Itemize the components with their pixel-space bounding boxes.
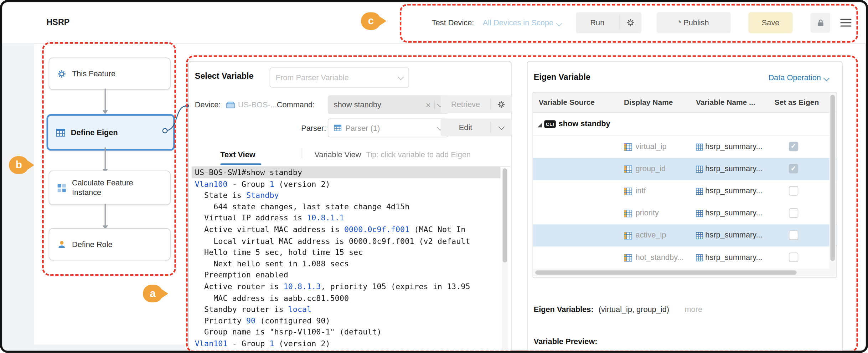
sidebar-item-calculate-feature-instance[interactable]: Calculate Feature Instance (49, 171, 171, 205)
gear-icon (626, 18, 635, 27)
role-person-icon (57, 240, 66, 249)
row-display-name: active_ip (636, 230, 666, 239)
edit-button-group: Edit (441, 118, 512, 136)
eigen-checkbox[interactable] (789, 142, 798, 151)
row-display-name: hot_standby... (636, 252, 684, 261)
tab-text-view[interactable]: Text View (220, 150, 255, 159)
run-settings-button[interactable] (619, 12, 641, 33)
header-bar: HSRP Test Device: All Devices in Scope R… (2, 2, 866, 44)
table-row[interactable]: intf hsrp_summary... (533, 180, 836, 202)
sheet-icon (624, 187, 632, 195)
code-vertical-scrollbar[interactable] (502, 167, 508, 352)
table-row[interactable]: priority hsrp_summary... (533, 202, 836, 224)
table-row[interactable]: group_id hsrp_summary... (533, 158, 836, 180)
lock-button[interactable] (810, 13, 830, 33)
sheet-icon (624, 143, 632, 151)
save-button[interactable]: Save (748, 12, 792, 33)
table-grid-icon (696, 210, 703, 217)
annotation-badge-c: c (361, 12, 381, 30)
data-operation-dropdown[interactable]: Data Operation (768, 73, 828, 82)
code-line: Preemption enabled (192, 270, 501, 281)
command-select[interactable]: show standby × (328, 95, 449, 114)
left-gutter (2, 43, 34, 351)
code-line: 644 state changes, last state change 4d1… (192, 201, 501, 213)
code-line: Next hello sent in 1.088 secs (192, 258, 501, 270)
gear-icon (497, 100, 505, 108)
edit-button[interactable]: Edit (441, 118, 491, 136)
eigen-checkbox[interactable] (789, 186, 798, 195)
column-header: Variable Name ... (696, 98, 755, 106)
row-variable-name: hsrp_summary... (705, 164, 762, 173)
retrieve-settings-button[interactable] (491, 95, 511, 113)
retrieve-button[interactable]: Retrieve (441, 95, 491, 113)
row-display-name: intf (636, 186, 646, 195)
chevron-down-icon (823, 75, 830, 81)
code-line: US-BOS-SW1#show standby (192, 167, 501, 178)
row-variable-name: hsrp_summary... (705, 208, 762, 217)
row-display-name: group_id (636, 164, 666, 173)
sidebar-item-this-feature[interactable]: This Feature (49, 58, 171, 90)
edit-more-button[interactable] (491, 118, 511, 136)
group-label: show standby (559, 119, 610, 128)
sheet-icon (624, 165, 632, 173)
variable-tip-text: Tip: click variable to add Eigen (366, 150, 471, 159)
menu-icon (840, 19, 851, 20)
column-header: Variable Source (539, 98, 595, 106)
row-variable-name: hsrp_summary... (705, 142, 762, 151)
scrollbar-thumb[interactable] (503, 168, 507, 262)
table-row[interactable]: hot_standby... hsrp_summary... (533, 246, 836, 268)
eigen-variables-label: Eigen Variables: (534, 305, 594, 313)
parser-icon (334, 124, 342, 132)
row-variable-name: hsrp_summary... (705, 230, 762, 239)
cli-output[interactable]: US-BOS-SW1#show standbyVlan100 - Group 1… (192, 166, 511, 353)
more-link[interactable]: more (684, 305, 702, 313)
table-grid-icon (696, 254, 703, 261)
device-value[interactable]: US-BOS-... (238, 100, 277, 109)
eigen-checkbox[interactable] (789, 164, 798, 173)
parser-label: Parser: (301, 123, 326, 132)
divider (302, 148, 303, 158)
publish-button[interactable]: * Publish (657, 12, 731, 33)
test-device-select[interactable]: All Devices in Scope (483, 18, 561, 27)
cli-badge: CLI (544, 120, 556, 128)
device-label: Device: (195, 100, 221, 109)
variable-preview-label: Variable Preview: (534, 337, 598, 346)
code-line: Standby router is local (192, 304, 501, 315)
page-title: HSRP (47, 17, 70, 26)
code-line: Priority 90 (configured 90) (192, 315, 501, 327)
code-line: Active virtual MAC address is 0000.0c9f.… (192, 224, 501, 235)
run-button[interactable]: Run (576, 12, 619, 33)
eigen-table-body: virtual_ip hsrp_summary... group_id hsrp… (533, 136, 836, 269)
tab-variable-view[interactable]: Variable View (314, 150, 361, 159)
scrollbar-thumb[interactable] (535, 270, 796, 275)
eigen-variable-title: Eigen Variable (534, 72, 590, 81)
flow-arrowhead (102, 110, 108, 114)
feature-gear-icon (57, 69, 66, 78)
scrollbar-thumb[interactable] (830, 95, 835, 261)
collapse-triangle-icon[interactable] (538, 123, 542, 127)
eigen-checkbox[interactable] (789, 208, 798, 218)
table-row[interactable]: virtual_ip hsrp_summary... (533, 136, 836, 158)
table-horizontal-scrollbar[interactable] (533, 268, 830, 276)
code-line: State is Standby (192, 190, 501, 201)
sidebar-item-define-eigen[interactable]: Define Eigen (47, 114, 175, 151)
eigen-variables-summary: Eigen Variables: (virtual_ip, group_id) … (534, 305, 702, 313)
table-grid-icon (696, 188, 703, 195)
eigen-variables-value: (virtual_ip, group_id) (599, 305, 669, 313)
lock-icon (816, 19, 825, 27)
menu-button[interactable] (840, 17, 851, 29)
table-group-row[interactable]: CLI show standby (533, 113, 836, 136)
sidebar-item-define-role[interactable]: Define Role (49, 228, 171, 260)
parser-select[interactable]: Parser (1) (328, 118, 449, 137)
device-icon (226, 101, 235, 108)
eigen-checkbox[interactable] (789, 230, 798, 240)
variable-source-select[interactable]: From Parser Variable (270, 68, 409, 88)
clear-icon[interactable]: × (426, 100, 431, 109)
table-vertical-scrollbar[interactable] (829, 92, 836, 276)
code-line: Active router is 10.8.1.3, priority 105 … (192, 281, 501, 292)
horizontal-scrollbar[interactable] (34, 344, 188, 351)
eigen-checkbox[interactable] (789, 252, 798, 262)
sidebar-item-label: Calculate Feature Instance (72, 178, 150, 197)
table-row[interactable]: active_ip hsrp_summary... (533, 224, 836, 246)
table-grid-icon (696, 143, 703, 150)
